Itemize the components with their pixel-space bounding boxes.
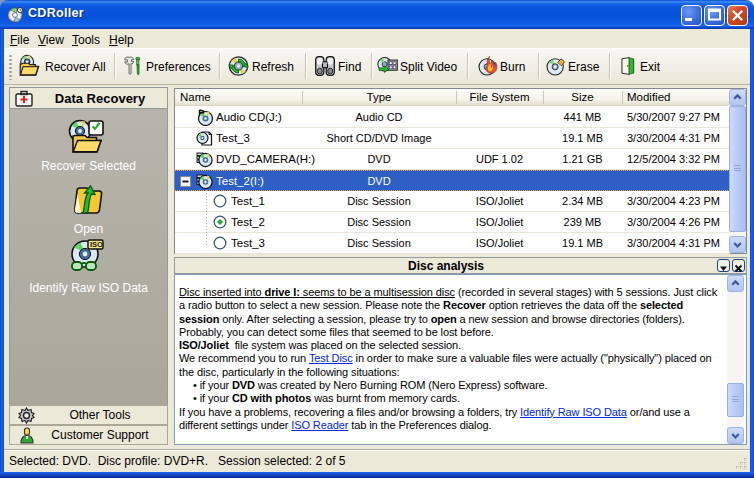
- svg-text:ISO: ISO: [90, 240, 103, 249]
